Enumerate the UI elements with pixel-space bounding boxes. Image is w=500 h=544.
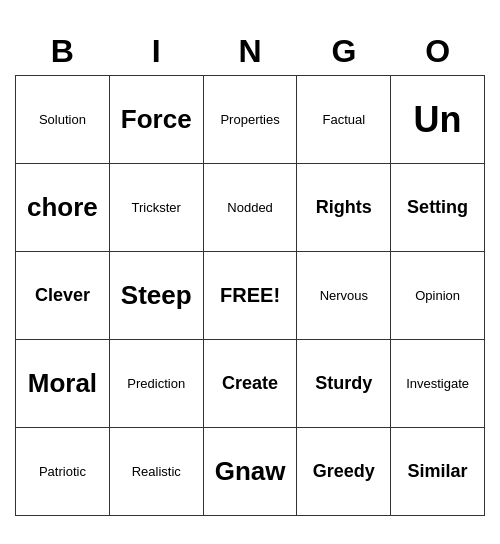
bingo-header-o: O xyxy=(391,28,485,76)
table-row: MoralPredictionCreateSturdyInvestigate xyxy=(16,340,485,428)
bingo-cell-r2-c3: Nervous xyxy=(297,252,391,340)
bingo-header-g: G xyxy=(297,28,391,76)
bingo-cell-r0-c4: Un xyxy=(391,76,485,164)
bingo-cell-r3-c1: Prediction xyxy=(109,340,203,428)
bingo-cell-r4-c2: Gnaw xyxy=(203,428,297,516)
table-row: choreTricksterNoddedRightsSetting xyxy=(16,164,485,252)
bingo-cell-r1-c2: Nodded xyxy=(203,164,297,252)
bingo-cell-r0-c0: Solution xyxy=(16,76,110,164)
bingo-cell-r0-c1: Force xyxy=(109,76,203,164)
bingo-cell-r1-c1: Trickster xyxy=(109,164,203,252)
table-row: PatrioticRealisticGnawGreedySimilar xyxy=(16,428,485,516)
bingo-card: BINGO SolutionForcePropertiesFactualUnch… xyxy=(15,28,485,517)
bingo-cell-r0-c3: Factual xyxy=(297,76,391,164)
bingo-cell-r2-c1: Steep xyxy=(109,252,203,340)
bingo-header-i: I xyxy=(109,28,203,76)
bingo-cell-r4-c1: Realistic xyxy=(109,428,203,516)
bingo-cell-r4-c3: Greedy xyxy=(297,428,391,516)
bingo-cell-r0-c2: Properties xyxy=(203,76,297,164)
bingo-cell-r4-c0: Patriotic xyxy=(16,428,110,516)
bingo-cell-r1-c0: chore xyxy=(16,164,110,252)
bingo-cell-r4-c4: Similar xyxy=(391,428,485,516)
bingo-cell-r2-c0: Clever xyxy=(16,252,110,340)
bingo-cell-r3-c0: Moral xyxy=(16,340,110,428)
table-row: SolutionForcePropertiesFactualUn xyxy=(16,76,485,164)
bingo-header-n: N xyxy=(203,28,297,76)
bingo-cell-r2-c2: FREE! xyxy=(203,252,297,340)
bingo-cell-r3-c2: Create xyxy=(203,340,297,428)
bingo-cell-r2-c4: Opinion xyxy=(391,252,485,340)
table-row: CleverSteepFREE!NervousOpinion xyxy=(16,252,485,340)
bingo-cell-r1-c3: Rights xyxy=(297,164,391,252)
bingo-cell-r3-c4: Investigate xyxy=(391,340,485,428)
bingo-cell-r3-c3: Sturdy xyxy=(297,340,391,428)
bingo-header-b: B xyxy=(16,28,110,76)
bingo-cell-r1-c4: Setting xyxy=(391,164,485,252)
